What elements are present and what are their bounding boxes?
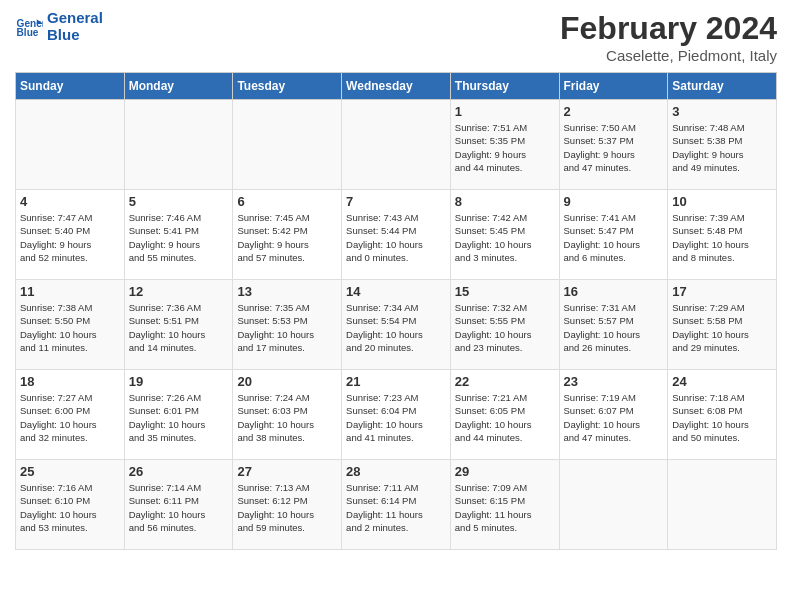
- calendar-cell: 19Sunrise: 7:26 AM Sunset: 6:01 PM Dayli…: [124, 370, 233, 460]
- day-header-monday: Monday: [124, 73, 233, 100]
- calendar-cell: 2Sunrise: 7:50 AM Sunset: 5:37 PM Daylig…: [559, 100, 668, 190]
- day-info: Sunrise: 7:35 AM Sunset: 5:53 PM Dayligh…: [237, 301, 337, 354]
- main-title: February 2024: [560, 10, 777, 47]
- day-info: Sunrise: 7:27 AM Sunset: 6:00 PM Dayligh…: [20, 391, 120, 444]
- day-number: 26: [129, 464, 229, 479]
- day-info: Sunrise: 7:34 AM Sunset: 5:54 PM Dayligh…: [346, 301, 446, 354]
- day-info: Sunrise: 7:32 AM Sunset: 5:55 PM Dayligh…: [455, 301, 555, 354]
- calendar-cell: 29Sunrise: 7:09 AM Sunset: 6:15 PM Dayli…: [450, 460, 559, 550]
- calendar-header-row: SundayMondayTuesdayWednesdayThursdayFrid…: [16, 73, 777, 100]
- day-number: 27: [237, 464, 337, 479]
- day-number: 28: [346, 464, 446, 479]
- day-info: Sunrise: 7:47 AM Sunset: 5:40 PM Dayligh…: [20, 211, 120, 264]
- calendar-cell: 6Sunrise: 7:45 AM Sunset: 5:42 PM Daylig…: [233, 190, 342, 280]
- day-number: 14: [346, 284, 446, 299]
- calendar-cell: 17Sunrise: 7:29 AM Sunset: 5:58 PM Dayli…: [668, 280, 777, 370]
- day-info: Sunrise: 7:21 AM Sunset: 6:05 PM Dayligh…: [455, 391, 555, 444]
- calendar-cell: 4Sunrise: 7:47 AM Sunset: 5:40 PM Daylig…: [16, 190, 125, 280]
- day-info: Sunrise: 7:48 AM Sunset: 5:38 PM Dayligh…: [672, 121, 772, 174]
- day-number: 6: [237, 194, 337, 209]
- calendar-week-row: 18Sunrise: 7:27 AM Sunset: 6:00 PM Dayli…: [16, 370, 777, 460]
- calendar-cell: [559, 460, 668, 550]
- calendar-cell: 16Sunrise: 7:31 AM Sunset: 5:57 PM Dayli…: [559, 280, 668, 370]
- calendar-cell: 12Sunrise: 7:36 AM Sunset: 5:51 PM Dayli…: [124, 280, 233, 370]
- logo: General Blue General Blue: [15, 10, 103, 43]
- logo-icon: General Blue: [15, 13, 43, 41]
- day-number: 8: [455, 194, 555, 209]
- calendar-cell: 9Sunrise: 7:41 AM Sunset: 5:47 PM Daylig…: [559, 190, 668, 280]
- day-number: 25: [20, 464, 120, 479]
- day-info: Sunrise: 7:31 AM Sunset: 5:57 PM Dayligh…: [564, 301, 664, 354]
- day-info: Sunrise: 7:26 AM Sunset: 6:01 PM Dayligh…: [129, 391, 229, 444]
- day-number: 11: [20, 284, 120, 299]
- day-number: 15: [455, 284, 555, 299]
- day-header-saturday: Saturday: [668, 73, 777, 100]
- title-block: February 2024 Caselette, Piedmont, Italy: [560, 10, 777, 64]
- day-number: 29: [455, 464, 555, 479]
- day-number: 19: [129, 374, 229, 389]
- calendar-cell: 18Sunrise: 7:27 AM Sunset: 6:00 PM Dayli…: [16, 370, 125, 460]
- day-number: 20: [237, 374, 337, 389]
- calendar-table: SundayMondayTuesdayWednesdayThursdayFrid…: [15, 72, 777, 550]
- calendar-cell: 23Sunrise: 7:19 AM Sunset: 6:07 PM Dayli…: [559, 370, 668, 460]
- day-info: Sunrise: 7:41 AM Sunset: 5:47 PM Dayligh…: [564, 211, 664, 264]
- day-info: Sunrise: 7:19 AM Sunset: 6:07 PM Dayligh…: [564, 391, 664, 444]
- day-info: Sunrise: 7:38 AM Sunset: 5:50 PM Dayligh…: [20, 301, 120, 354]
- day-number: 2: [564, 104, 664, 119]
- calendar-cell: 21Sunrise: 7:23 AM Sunset: 6:04 PM Dayli…: [342, 370, 451, 460]
- calendar-cell: [342, 100, 451, 190]
- calendar-cell: 3Sunrise: 7:48 AM Sunset: 5:38 PM Daylig…: [668, 100, 777, 190]
- calendar-cell: [233, 100, 342, 190]
- calendar-cell: 11Sunrise: 7:38 AM Sunset: 5:50 PM Dayli…: [16, 280, 125, 370]
- day-number: 5: [129, 194, 229, 209]
- day-number: 13: [237, 284, 337, 299]
- calendar-cell: 22Sunrise: 7:21 AM Sunset: 6:05 PM Dayli…: [450, 370, 559, 460]
- day-info: Sunrise: 7:23 AM Sunset: 6:04 PM Dayligh…: [346, 391, 446, 444]
- day-info: Sunrise: 7:43 AM Sunset: 5:44 PM Dayligh…: [346, 211, 446, 264]
- calendar-body: 1Sunrise: 7:51 AM Sunset: 5:35 PM Daylig…: [16, 100, 777, 550]
- day-info: Sunrise: 7:24 AM Sunset: 6:03 PM Dayligh…: [237, 391, 337, 444]
- calendar-week-row: 25Sunrise: 7:16 AM Sunset: 6:10 PM Dayli…: [16, 460, 777, 550]
- day-number: 18: [20, 374, 120, 389]
- page-header: General Blue General Blue February 2024 …: [15, 10, 777, 64]
- day-info: Sunrise: 7:13 AM Sunset: 6:12 PM Dayligh…: [237, 481, 337, 534]
- calendar-cell: 5Sunrise: 7:46 AM Sunset: 5:41 PM Daylig…: [124, 190, 233, 280]
- day-header-tuesday: Tuesday: [233, 73, 342, 100]
- day-number: 7: [346, 194, 446, 209]
- subtitle: Caselette, Piedmont, Italy: [560, 47, 777, 64]
- day-number: 21: [346, 374, 446, 389]
- calendar-cell: 7Sunrise: 7:43 AM Sunset: 5:44 PM Daylig…: [342, 190, 451, 280]
- calendar-cell: 8Sunrise: 7:42 AM Sunset: 5:45 PM Daylig…: [450, 190, 559, 280]
- day-number: 9: [564, 194, 664, 209]
- day-number: 10: [672, 194, 772, 209]
- day-number: 4: [20, 194, 120, 209]
- calendar-cell: 20Sunrise: 7:24 AM Sunset: 6:03 PM Dayli…: [233, 370, 342, 460]
- logo-general: General: [47, 9, 103, 26]
- calendar-week-row: 1Sunrise: 7:51 AM Sunset: 5:35 PM Daylig…: [16, 100, 777, 190]
- day-number: 23: [564, 374, 664, 389]
- calendar-cell: 24Sunrise: 7:18 AM Sunset: 6:08 PM Dayli…: [668, 370, 777, 460]
- calendar-cell: 1Sunrise: 7:51 AM Sunset: 5:35 PM Daylig…: [450, 100, 559, 190]
- day-header-wednesday: Wednesday: [342, 73, 451, 100]
- day-number: 22: [455, 374, 555, 389]
- day-info: Sunrise: 7:29 AM Sunset: 5:58 PM Dayligh…: [672, 301, 772, 354]
- calendar-cell: 14Sunrise: 7:34 AM Sunset: 5:54 PM Dayli…: [342, 280, 451, 370]
- calendar-cell: 15Sunrise: 7:32 AM Sunset: 5:55 PM Dayli…: [450, 280, 559, 370]
- day-info: Sunrise: 7:14 AM Sunset: 6:11 PM Dayligh…: [129, 481, 229, 534]
- day-number: 3: [672, 104, 772, 119]
- day-number: 24: [672, 374, 772, 389]
- day-header-thursday: Thursday: [450, 73, 559, 100]
- day-header-friday: Friday: [559, 73, 668, 100]
- day-info: Sunrise: 7:16 AM Sunset: 6:10 PM Dayligh…: [20, 481, 120, 534]
- day-info: Sunrise: 7:50 AM Sunset: 5:37 PM Dayligh…: [564, 121, 664, 174]
- day-info: Sunrise: 7:11 AM Sunset: 6:14 PM Dayligh…: [346, 481, 446, 534]
- calendar-cell: 26Sunrise: 7:14 AM Sunset: 6:11 PM Dayli…: [124, 460, 233, 550]
- day-header-sunday: Sunday: [16, 73, 125, 100]
- calendar-cell: 13Sunrise: 7:35 AM Sunset: 5:53 PM Dayli…: [233, 280, 342, 370]
- day-number: 1: [455, 104, 555, 119]
- day-info: Sunrise: 7:45 AM Sunset: 5:42 PM Dayligh…: [237, 211, 337, 264]
- calendar-cell: 10Sunrise: 7:39 AM Sunset: 5:48 PM Dayli…: [668, 190, 777, 280]
- day-number: 17: [672, 284, 772, 299]
- calendar-cell: 25Sunrise: 7:16 AM Sunset: 6:10 PM Dayli…: [16, 460, 125, 550]
- logo-blue: Blue: [47, 26, 80, 43]
